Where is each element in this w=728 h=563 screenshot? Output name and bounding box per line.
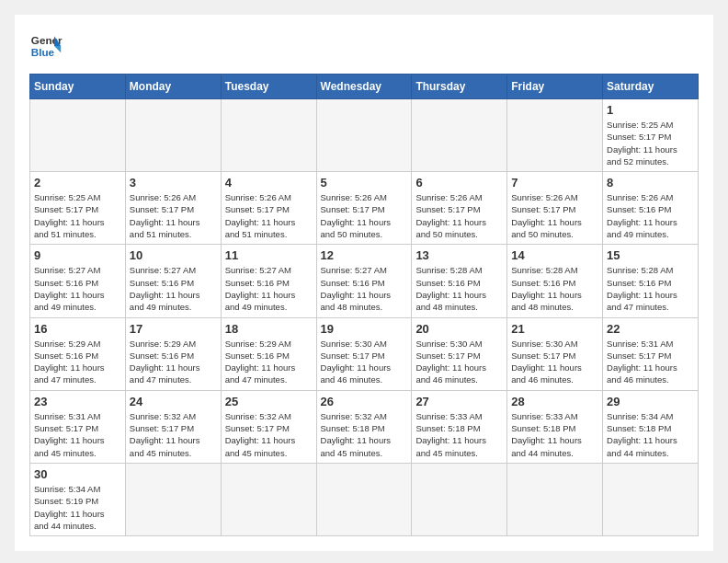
day-number: 6: [415, 176, 503, 190]
calendar-cell: 20Sunrise: 5:30 AMSunset: 5:17 PMDayligh…: [412, 317, 507, 390]
day-number: 19: [321, 322, 408, 336]
calendar-cell: 19Sunrise: 5:30 AMSunset: 5:17 PMDayligh…: [316, 317, 412, 390]
day-number: 12: [321, 248, 408, 262]
day-info: Sunrise: 5:27 AMSunset: 5:16 PMDaylight:…: [34, 264, 121, 313]
calendar-cell: [221, 463, 316, 535]
day-info: Sunrise: 5:26 AMSunset: 5:17 PMDaylight:…: [415, 191, 503, 240]
day-info: Sunrise: 5:27 AMSunset: 5:16 PMDaylight:…: [130, 264, 217, 313]
day-info: Sunrise: 5:25 AMSunset: 5:17 PMDaylight:…: [34, 191, 121, 240]
day-number: 10: [130, 248, 217, 262]
weekday-header-tuesday: Tuesday: [221, 75, 316, 99]
svg-marker-3: [54, 46, 61, 52]
logo-icon: General Blue: [29, 29, 63, 63]
calendar-cell: 3Sunrise: 5:26 AMSunset: 5:17 PMDaylight…: [125, 172, 221, 245]
calendar-cell: [125, 99, 221, 172]
day-info: Sunrise: 5:30 AMSunset: 5:17 PMDaylight:…: [511, 338, 598, 386]
day-info: Sunrise: 5:29 AMSunset: 5:16 PMDaylight:…: [225, 338, 313, 386]
calendar-cell: 7Sunrise: 5:26 AMSunset: 5:17 PMDaylight…: [507, 172, 603, 245]
calendar-cell: [412, 463, 507, 535]
calendar-table: SundayMondayTuesdayWednesdayThursdayFrid…: [29, 74, 699, 536]
day-info: Sunrise: 5:26 AMSunset: 5:17 PMDaylight:…: [511, 191, 598, 240]
calendar-cell: 17Sunrise: 5:29 AMSunset: 5:16 PMDayligh…: [125, 317, 221, 390]
day-number: 25: [225, 395, 313, 408]
calendar-cell: [603, 463, 699, 535]
day-info: Sunrise: 5:34 AMSunset: 5:19 PMDaylight:…: [34, 483, 121, 532]
day-info: Sunrise: 5:26 AMSunset: 5:17 PMDaylight:…: [130, 191, 217, 240]
day-number: 29: [607, 395, 694, 408]
weekday-header-sunday: Sunday: [30, 75, 126, 99]
calendar-cell: 4Sunrise: 5:26 AMSunset: 5:17 PMDaylight…: [221, 172, 316, 245]
day-number: 17: [130, 322, 217, 336]
page-header: General Blue: [29, 29, 699, 63]
day-number: 11: [225, 248, 313, 262]
day-info: Sunrise: 5:26 AMSunset: 5:16 PMDaylight:…: [607, 191, 694, 240]
day-number: 28: [511, 395, 598, 408]
day-info: Sunrise: 5:28 AMSunset: 5:16 PMDaylight:…: [511, 264, 598, 313]
day-number: 26: [321, 395, 408, 408]
calendar-week-1: 2Sunrise: 5:25 AMSunset: 5:17 PMDaylight…: [30, 172, 699, 245]
day-info: Sunrise: 5:28 AMSunset: 5:16 PMDaylight:…: [607, 264, 694, 313]
day-number: 15: [607, 248, 694, 262]
day-number: 9: [34, 248, 121, 262]
calendar-cell: 18Sunrise: 5:29 AMSunset: 5:16 PMDayligh…: [221, 317, 316, 390]
day-number: 4: [225, 176, 313, 190]
day-info: Sunrise: 5:33 AMSunset: 5:18 PMDaylight:…: [511, 410, 598, 459]
calendar-week-4: 23Sunrise: 5:31 AMSunset: 5:17 PMDayligh…: [30, 390, 699, 463]
day-number: 20: [415, 322, 503, 336]
weekday-header-row: SundayMondayTuesdayWednesdayThursdayFrid…: [30, 75, 699, 99]
calendar-week-3: 16Sunrise: 5:29 AMSunset: 5:16 PMDayligh…: [30, 317, 699, 390]
calendar-cell: [125, 463, 221, 535]
calendar-cell: 23Sunrise: 5:31 AMSunset: 5:17 PMDayligh…: [30, 390, 126, 463]
day-info: Sunrise: 5:27 AMSunset: 5:16 PMDaylight:…: [321, 264, 408, 313]
day-info: Sunrise: 5:31 AMSunset: 5:17 PMDaylight:…: [607, 338, 694, 386]
calendar-cell: [412, 99, 507, 172]
calendar-cell: 8Sunrise: 5:26 AMSunset: 5:16 PMDaylight…: [603, 172, 699, 245]
day-number: 8: [607, 176, 694, 190]
weekday-header-monday: Monday: [125, 75, 221, 99]
calendar-cell: [221, 99, 316, 172]
day-info: Sunrise: 5:28 AMSunset: 5:16 PMDaylight:…: [415, 264, 503, 313]
calendar-cell: 13Sunrise: 5:28 AMSunset: 5:16 PMDayligh…: [412, 245, 507, 317]
day-number: 2: [34, 176, 121, 190]
logo: General Blue: [29, 29, 63, 63]
day-number: 21: [511, 322, 598, 336]
day-number: 23: [34, 395, 121, 408]
day-info: Sunrise: 5:29 AMSunset: 5:16 PMDaylight:…: [34, 338, 121, 386]
calendar-cell: 1Sunrise: 5:25 AMSunset: 5:17 PMDaylight…: [603, 99, 699, 172]
weekday-header-saturday: Saturday: [603, 75, 699, 99]
calendar-cell: 29Sunrise: 5:34 AMSunset: 5:18 PMDayligh…: [603, 390, 699, 463]
day-number: 13: [415, 248, 503, 262]
calendar-cell: 26Sunrise: 5:32 AMSunset: 5:18 PMDayligh…: [316, 390, 412, 463]
calendar-week-0: 1Sunrise: 5:25 AMSunset: 5:17 PMDaylight…: [30, 99, 699, 172]
calendar-cell: [507, 463, 603, 535]
calendar-week-5: 30Sunrise: 5:34 AMSunset: 5:19 PMDayligh…: [30, 463, 699, 535]
calendar-cell: 10Sunrise: 5:27 AMSunset: 5:16 PMDayligh…: [125, 245, 221, 317]
calendar-cell: 9Sunrise: 5:27 AMSunset: 5:16 PMDaylight…: [30, 245, 126, 317]
day-number: 3: [130, 176, 217, 190]
calendar-cell: 6Sunrise: 5:26 AMSunset: 5:17 PMDaylight…: [412, 172, 507, 245]
day-info: Sunrise: 5:31 AMSunset: 5:17 PMDaylight:…: [34, 410, 121, 459]
calendar-cell: [316, 463, 412, 535]
calendar-cell: 28Sunrise: 5:33 AMSunset: 5:18 PMDayligh…: [507, 390, 603, 463]
day-number: 7: [511, 176, 598, 190]
day-number: 22: [607, 322, 694, 336]
day-info: Sunrise: 5:26 AMSunset: 5:17 PMDaylight:…: [225, 191, 313, 240]
calendar-cell: 11Sunrise: 5:27 AMSunset: 5:16 PMDayligh…: [221, 245, 316, 317]
calendar-week-2: 9Sunrise: 5:27 AMSunset: 5:16 PMDaylight…: [30, 245, 699, 317]
day-number: 1: [607, 103, 694, 117]
day-number: 16: [34, 322, 121, 336]
day-info: Sunrise: 5:26 AMSunset: 5:17 PMDaylight:…: [321, 191, 408, 240]
svg-text:Blue: Blue: [31, 46, 55, 58]
day-info: Sunrise: 5:32 AMSunset: 5:18 PMDaylight:…: [321, 410, 408, 459]
day-info: Sunrise: 5:29 AMSunset: 5:16 PMDaylight:…: [130, 338, 217, 386]
day-info: Sunrise: 5:34 AMSunset: 5:18 PMDaylight:…: [607, 410, 694, 459]
day-number: 5: [321, 176, 408, 190]
day-number: 14: [511, 248, 598, 262]
day-number: 24: [130, 395, 217, 408]
calendar-cell: 27Sunrise: 5:33 AMSunset: 5:18 PMDayligh…: [412, 390, 507, 463]
weekday-header-friday: Friday: [507, 75, 603, 99]
calendar-cell: [507, 99, 603, 172]
weekday-header-wednesday: Wednesday: [316, 75, 412, 99]
day-number: 18: [225, 322, 313, 336]
calendar-cell: 15Sunrise: 5:28 AMSunset: 5:16 PMDayligh…: [603, 245, 699, 317]
